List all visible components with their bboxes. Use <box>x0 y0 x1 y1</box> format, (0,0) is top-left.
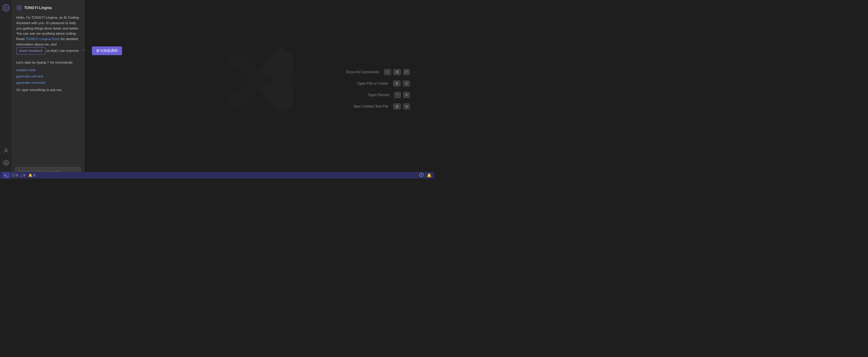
user-profile-icon[interactable] <box>2 147 10 154</box>
error-icon: ✕ <box>12 173 16 177</box>
shortcut-label-open-file: Open File or Folder <box>357 81 388 86</box>
feedback-arrow-icon: ← <box>82 47 87 53</box>
kbd-cmd-commands: ⌘ <box>393 69 401 75</box>
notifications-indicator[interactable]: 🔔 0 <box>28 173 35 177</box>
shortcut-row-new-file: New Untitled Text File ⌘ N <box>346 103 410 110</box>
kbd-o: O <box>403 81 410 87</box>
tongyi-status-icon[interactable] <box>419 173 424 178</box>
svg-point-2 <box>5 162 7 164</box>
kbd-n: N <box>403 103 410 110</box>
kbd-r: R <box>403 92 410 98</box>
shortcut-row-open-recent: Open Recent ^ R <box>346 92 410 98</box>
app-container: TONGYI Lingma Hello, I'm TONGYI Lingma, … <box>0 0 434 179</box>
docs-link[interactable]: TONGYI Lingma Docs <box>25 37 60 41</box>
kbd-p: P <box>403 69 410 75</box>
message-text-3: so that I can improve. <box>45 49 80 53</box>
slash-hint-text: Let's start by typing '/' for commands: <box>16 61 73 64</box>
generate-comment-link[interactable]: generate comment <box>16 80 80 86</box>
notifications-count: 0 <box>33 173 35 177</box>
tongyi-sidebar-logo[interactable] <box>2 4 10 12</box>
chat-content: TONGYI Lingma Hello, I'm TONGYI Lingma, … <box>12 0 84 164</box>
chat-message-body: Hello, I'm TONGYI Lingma, an AI Coding A… <box>16 15 80 93</box>
shortcuts-panel: Show All Commands ⇧ ⌘ P Open File or Fol… <box>346 69 410 110</box>
errors-indicator[interactable]: ✕ 0 <box>12 173 18 177</box>
kbd-ctrl: ^ <box>394 92 401 98</box>
bell-status-icon[interactable]: 🔔 <box>427 173 432 178</box>
warnings-indicator[interactable]: △ 0 <box>20 173 25 177</box>
settings-icon[interactable] <box>2 159 10 167</box>
assistant-name: TONGYI Lingma <box>24 6 52 10</box>
share-feedback-button[interactable]: share feedback <box>16 47 45 55</box>
shortcut-row-commands: Show All Commands ⇧ ⌘ P <box>346 69 410 75</box>
chat-bottom-text: Or, type something to ask me. <box>16 87 80 93</box>
assistant-header: TONGYI Lingma <box>16 5 80 11</box>
shortcut-label-commands: Show All Commands <box>346 70 379 74</box>
status-bar: >_ ✕ 0 △ 0 🔔 0 <box>0 172 434 179</box>
editor-area: Show All Commands ⇧ ⌘ P Open File or Fol… <box>84 0 434 179</box>
svg-point-3 <box>19 7 20 8</box>
kbd-shift: ⇧ <box>384 69 391 75</box>
shortcut-row-open-file: Open File or Folder ⌘ O <box>346 81 410 87</box>
explain-code-link[interactable]: explain code <box>16 67 80 73</box>
kbd-cmd-open: ⌘ <box>393 81 401 87</box>
svg-point-4 <box>421 174 422 175</box>
vscode-watermark <box>217 38 301 124</box>
errors-count: 0 <box>16 173 18 177</box>
status-bar-right: 🔔 <box>419 173 432 178</box>
shortcut-label-new-file: New Untitled Text File <box>353 104 389 109</box>
git-branch-icon: >_ <box>4 173 8 177</box>
shortcut-label-open-recent: Open Recent <box>368 93 390 97</box>
git-branch-button[interactable]: >_ <box>2 172 10 179</box>
status-bar-left: >_ ✕ 0 △ 0 🔔 0 <box>2 172 35 179</box>
survey-button[interactable]: 参与体验调研 <box>92 47 122 55</box>
chat-links: explain code generate unit test generate… <box>16 67 80 86</box>
generate-unit-test-link[interactable]: generate unit test <box>16 73 80 80</box>
warnings-count: 0 <box>24 173 25 177</box>
warning-icon: △ <box>20 173 23 177</box>
sidebar <box>0 0 12 179</box>
notifications-icon: 🔔 <box>28 173 33 177</box>
svg-point-1 <box>5 149 7 151</box>
kbd-cmd-new: ⌘ <box>393 103 401 110</box>
chat-panel: TONGYI Lingma Hello, I'm TONGYI Lingma, … <box>12 0 84 179</box>
svg-point-0 <box>5 7 7 8</box>
